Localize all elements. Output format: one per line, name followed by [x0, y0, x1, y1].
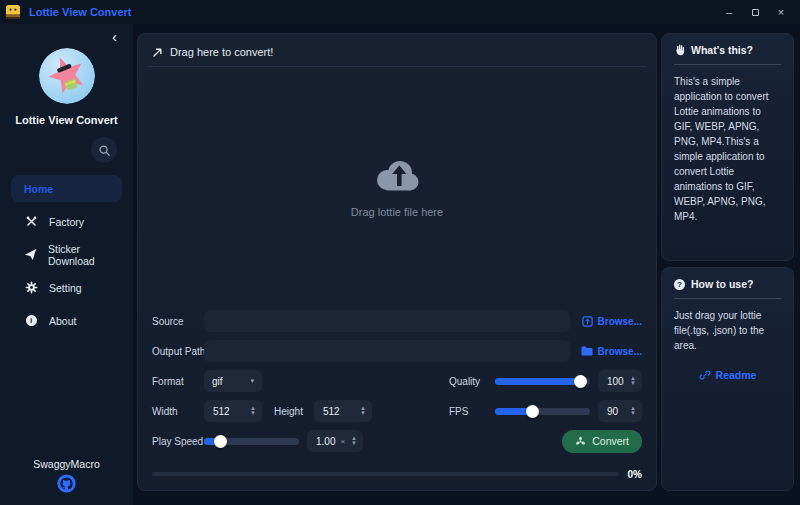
sidebar-app-name: Lottie View Convert [15, 114, 117, 126]
github-icon [57, 474, 76, 493]
github-link[interactable] [57, 474, 76, 493]
sidebar-item-label: Factory [49, 216, 84, 228]
app-icon [6, 5, 20, 19]
output-path-input[interactable] [204, 340, 570, 362]
browse-label: Browse... [598, 316, 642, 327]
folder-icon [581, 346, 593, 356]
play-speed-label: Play Speed [152, 436, 204, 447]
sidebar-item-label: Sticker Download [48, 243, 109, 267]
sidebar-item-sticker-download[interactable]: Sticker Download [11, 241, 122, 268]
titlebar: Lottie View Convert – × [0, 0, 800, 24]
quality-stepper[interactable]: 100 ▲▼ [598, 370, 642, 392]
progress-bar [152, 472, 619, 476]
hand-icon [674, 44, 685, 56]
chevron-down-icon: ▾ [250, 377, 254, 385]
convert-label: Convert [592, 435, 629, 447]
chevron-left-icon: ‹ [112, 28, 117, 45]
play-speed-stepper[interactable]: 1.00 × ▲▼ [307, 430, 363, 452]
slider-thumb[interactable] [214, 435, 227, 448]
whats-this-card: What's this? This's a simple application… [661, 33, 794, 261]
progress-percent: 0% [628, 469, 642, 480]
format-select[interactable]: gif ▾ [204, 370, 262, 392]
window-controls: – × [716, 2, 794, 22]
divider [674, 298, 781, 299]
quality-label: Quality [449, 376, 495, 387]
paper-plane-icon [24, 248, 37, 261]
panel-title: Drag here to convert! [170, 46, 273, 58]
multiply-icon: × [340, 437, 345, 446]
stepper-down-icon[interactable]: ▼ [630, 411, 636, 416]
stepper-down-icon[interactable]: ▼ [351, 441, 357, 446]
format-value: gif [212, 376, 223, 387]
height-value: 512 [323, 406, 357, 417]
width-stepper[interactable]: 512 ▲▼ [204, 400, 262, 422]
panel-header: Drag here to convert! [152, 42, 642, 62]
source-input[interactable] [204, 310, 570, 332]
quality-slider[interactable] [495, 375, 590, 388]
tools-icon [24, 215, 38, 228]
format-label: Format [152, 376, 204, 387]
slider-thumb[interactable] [574, 375, 587, 388]
width-label: Width [152, 406, 204, 417]
link-icon [699, 369, 711, 381]
whats-this-title: What's this? [691, 44, 753, 56]
browse-source-button[interactable]: Browse... [570, 316, 642, 327]
maximize-icon [752, 9, 759, 16]
sidebar-item-about[interactable]: i About [11, 307, 122, 334]
sidebar-nav: Home Factory Sticker Download Setting i … [0, 175, 133, 334]
sidebar-item-label: About [49, 315, 76, 327]
browse-label: Browse... [598, 346, 642, 357]
sidebar-footer: SwaggyMacro [33, 458, 100, 493]
maximize-button[interactable] [742, 2, 768, 22]
sidebar-item-label: Home [24, 183, 53, 195]
close-icon: × [778, 6, 784, 18]
divider [674, 64, 781, 65]
sidebar-item-factory[interactable]: Factory [11, 208, 122, 235]
convert-form: Source Browse... Output Path Browse... F… [152, 309, 642, 480]
gear-icon [24, 281, 38, 294]
cloud-upload-icon [371, 158, 423, 194]
height-label: Height [274, 406, 314, 417]
readme-label: Readme [716, 369, 757, 381]
height-stepper[interactable]: 512 ▲▼ [314, 400, 372, 422]
browse-output-button[interactable]: Browse... [570, 346, 642, 357]
play-speed-value: 1.00 [316, 436, 340, 447]
file-upload-icon [582, 316, 593, 327]
stepper-down-icon[interactable]: ▼ [630, 381, 636, 386]
dropzone-hint: Drag lottie file here [351, 206, 443, 218]
dropzone[interactable]: Drag lottie file here [152, 67, 642, 309]
question-icon: ? [674, 279, 685, 290]
stepper-down-icon[interactable]: ▼ [360, 411, 366, 416]
sidebar-item-label: Setting [49, 282, 82, 294]
convert-button[interactable]: Convert [562, 430, 642, 453]
fps-label: FPS [449, 406, 495, 417]
slider-thumb[interactable] [526, 405, 539, 418]
info-icon: i [24, 315, 38, 326]
search-button[interactable] [91, 137, 117, 163]
source-label: Source [152, 316, 204, 327]
fps-stepper[interactable]: 90 ▲▼ [598, 400, 642, 422]
fps-value: 90 [607, 406, 627, 417]
readme-link[interactable]: Readme [674, 369, 781, 381]
sidebar-item-setting[interactable]: Setting [11, 274, 122, 301]
whats-this-body: This's a simple application to convert L… [674, 74, 781, 224]
collapse-sidebar-button[interactable]: ‹ [112, 30, 117, 44]
fps-slider[interactable] [495, 405, 590, 418]
width-value: 512 [213, 406, 247, 417]
sidebar-item-home[interactable]: Home [11, 175, 122, 202]
fan-icon [575, 436, 586, 447]
search-icon [98, 144, 111, 157]
stepper-down-icon[interactable]: ▼ [250, 411, 256, 416]
drag-arrow-icon [152, 47, 163, 58]
how-to-use-body: Just drag your lottie file(.tgs, .json) … [674, 308, 781, 353]
minimize-icon: – [726, 6, 732, 18]
how-to-use-title: How to use? [691, 278, 753, 290]
quality-value: 100 [607, 376, 627, 387]
author-name: SwaggyMacro [33, 458, 100, 470]
minimize-button[interactable]: – [716, 2, 742, 22]
close-button[interactable]: × [768, 2, 794, 22]
convert-panel: Drag here to convert! Drag lottie file h… [137, 33, 657, 491]
progress-row: 0% [152, 468, 642, 480]
play-speed-slider[interactable] [204, 435, 299, 448]
window-title: Lottie View Convert [29, 6, 131, 18]
